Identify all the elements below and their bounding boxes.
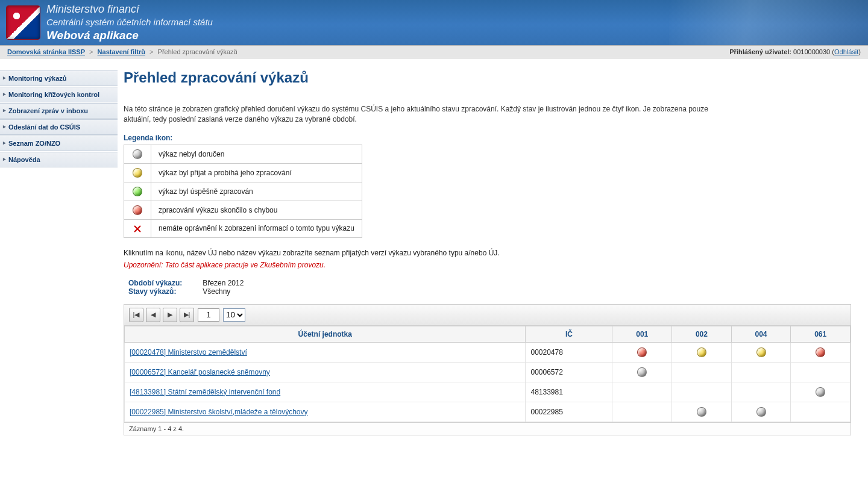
cell-061 [791, 342, 851, 362]
status-yellow-icon [133, 168, 142, 178]
cell-ic: 00006572 [526, 362, 612, 382]
grid-toolbar: |◀ ◀ ▶ ▶| 10 [124, 305, 851, 326]
status-red-icon[interactable] [816, 347, 825, 357]
logout-link[interactable]: Odhlásit [834, 48, 858, 55]
status-yellow-icon[interactable] [697, 347, 706, 357]
legend-text: výkaz byl přijat a probíhá jeho zpracová… [151, 163, 362, 182]
unit-link[interactable]: [48133981] Státní zemědělský intervenční… [130, 388, 280, 396]
status-grey-icon [133, 149, 142, 159]
breadcrumb: Domovská stránka IISSP > Nastavení filtr… [7, 48, 237, 55]
filter-period-value: Březen 2012 [203, 279, 244, 287]
sidebar-item-seznam-zo[interactable]: Seznam ZO/NZO [0, 136, 118, 151]
last-page-button[interactable]: ▶| [180, 308, 194, 322]
sidebar-list: Monitoring výkazů Monitoring křížových k… [0, 70, 118, 167]
user-bar: Přihlášený uživatel: 0010000030 (Odhlási… [729, 48, 861, 55]
cell-004 [731, 402, 791, 422]
breadcrumb-sep: > [89, 48, 93, 55]
data-grid: |◀ ◀ ▶ ▶| 10 Účetní jednotka IČ 001 [124, 304, 851, 435]
header-decoration [669, 0, 868, 45]
page-size-select[interactable]: 10 [223, 308, 245, 322]
breadcrumb-home[interactable]: Domovská stránka IISSP [7, 48, 85, 55]
filter-period-label: Období výkazu: [128, 279, 201, 287]
cell-unit: [00022985] Ministerstvo školství,mládeže… [125, 402, 526, 422]
breadcrumb-filters[interactable]: Nastavení filtrů [98, 48, 145, 55]
legend-text: výkaz byl úspěšně zpracován [151, 182, 362, 201]
col-061[interactable]: 061 [791, 326, 851, 342]
cell-001 [612, 362, 672, 382]
cell-061 [791, 402, 851, 422]
col-ic[interactable]: IČ [526, 326, 612, 342]
status-grey-icon[interactable] [756, 407, 766, 417]
sidebar-item-inbox[interactable]: Zobrazení zpráv v inboxu [0, 103, 118, 119]
unit-link[interactable]: [00020478] Ministerstvo zemědělství [130, 348, 247, 357]
page-intro: Na této stránce je zobrazen grafický pře… [124, 104, 726, 125]
status-grey-icon[interactable] [637, 367, 647, 377]
header-ministry: Ministerstvo financí [46, 2, 213, 16]
header-appname: Webová aplikace [46, 28, 213, 43]
status-green-icon [133, 187, 142, 196]
sidebar: Monitoring výkazů Monitoring křížových k… [0, 58, 118, 453]
cell-004 [731, 362, 791, 382]
status-grey-icon[interactable] [697, 407, 706, 417]
cell-001 [612, 402, 672, 422]
header-titles: Ministerstvo financí Centrální systém úč… [46, 2, 213, 43]
legend-row: zpracování výkazu skončilo s chybou [124, 201, 362, 219]
filter-states-label: Stavy výkazů: [128, 287, 201, 296]
header-system: Centrální systém účetních informací stát… [46, 16, 213, 28]
cell-001 [612, 342, 672, 362]
cell-002 [672, 402, 732, 422]
cell-004 [731, 342, 791, 362]
state-emblem-icon [6, 5, 40, 40]
legend-table: výkaz nebyl doručen výkaz byl přijat a p… [124, 145, 362, 238]
legend-row: výkaz byl přijat a probíhá jeho zpracová… [124, 163, 362, 182]
cell-002 [672, 342, 732, 362]
cell-unit: [48133981] Státní zemědělský intervenční… [125, 382, 526, 402]
col-002[interactable]: 002 [672, 326, 732, 342]
click-hint: Kliknutím na ikonu, název ÚJ nebo název … [124, 249, 851, 257]
cell-061 [791, 362, 851, 382]
cell-ic: 00020478 [526, 342, 612, 362]
cell-002 [672, 382, 732, 402]
unit-link[interactable]: [00022985] Ministerstvo školství,mládeže… [130, 408, 307, 416]
legend-row: nemáte oprávnění k zobrazení informací o… [124, 219, 362, 237]
col-004[interactable]: 004 [731, 326, 791, 342]
table-row: [48133981] Státní zemědělský intervenční… [125, 382, 851, 402]
col-001[interactable]: 001 [612, 326, 672, 342]
cell-004 [731, 382, 791, 402]
sidebar-item-odeslani[interactable]: Odeslání dat do CSÚIS [0, 119, 118, 135]
logged-in-label: Přihlášený uživatel: [729, 48, 791, 55]
sidebar-item-monitoring-vykazu[interactable]: Monitoring výkazů [0, 70, 118, 86]
legend-title: Legenda ikon: [124, 134, 851, 142]
cell-061 [791, 382, 851, 402]
status-yellow-icon[interactable] [756, 347, 766, 357]
breadcrumb-sep: > [149, 48, 153, 55]
first-page-button[interactable]: |◀ [129, 308, 143, 322]
main-area: Monitoring výkazů Monitoring křížových k… [0, 58, 868, 453]
cell-ic: 00022985 [526, 402, 612, 422]
unit-link[interactable]: [00006572] Kancelář poslanecké sněmovny [130, 368, 270, 376]
sidebar-item-monitoring-krizovych[interactable]: Monitoring křížových kontrol [0, 87, 118, 102]
next-page-button[interactable]: ▶ [163, 308, 177, 322]
cell-002 [672, 362, 732, 382]
legend-row: výkaz nebyl doručen [124, 145, 362, 163]
col-unit[interactable]: Účetní jednotka [125, 326, 526, 342]
warning-text: Upozornění: Tato část aplikace pracuje v… [124, 261, 851, 269]
legend-text: zpracování výkazu skončilo s chybou [151, 201, 362, 219]
prev-page-button[interactable]: ◀ [146, 308, 160, 322]
applied-filters: Období výkazu: Březen 2012 Stavy výkazů:… [128, 279, 851, 296]
page-number-input[interactable] [198, 308, 219, 322]
grid-footer: Záznamy 1 - 4 z 4. [124, 422, 851, 435]
page-title: Přehled zpracování výkazů [124, 69, 851, 86]
cell-unit: [00020478] Ministerstvo zemědělství [125, 342, 526, 362]
cell-unit: [00006572] Kancelář poslanecké sněmovny [125, 362, 526, 382]
status-red-icon[interactable] [637, 347, 647, 357]
legend-text: výkaz nebyl doručen [151, 145, 362, 163]
logged-in-user: 0010000030 [793, 48, 830, 55]
app-header: Ministerstvo financí Centrální systém úč… [0, 0, 868, 45]
status-grey-icon[interactable] [816, 387, 825, 397]
status-noperm-icon [133, 225, 142, 233]
sidebar-item-napoveda[interactable]: Nápověda [0, 152, 118, 167]
viewport: Ministerstvo financí Centrální systém úč… [0, 0, 868, 486]
legend-text: nemáte oprávnění k zobrazení informací o… [151, 219, 362, 237]
table-row: [00020478] Ministerstvo zemědělství00020… [125, 342, 851, 362]
